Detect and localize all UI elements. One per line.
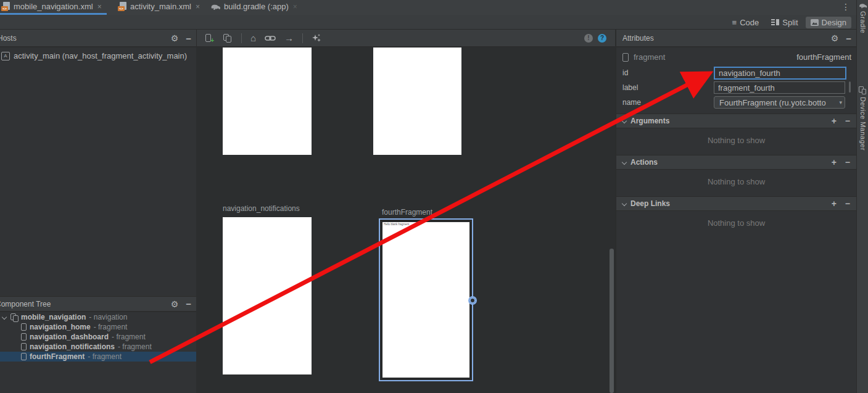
android-studio-window: <> mobile_navigation.xml × <> activity_m… bbox=[0, 0, 868, 393]
selected-component-row: fragment fourthFragment bbox=[616, 48, 856, 65]
chevron-down-icon bbox=[622, 202, 627, 206]
hosts-panel-header: Hosts ⚙ − bbox=[0, 30, 196, 47]
warnings-icon[interactable]: ! bbox=[584, 34, 593, 43]
component-id: fourthFragment bbox=[796, 52, 851, 62]
component-tree-header: Component Tree ⚙ − bbox=[0, 296, 196, 312]
destination-label-notifications[interactable]: navigation_notifications bbox=[223, 204, 300, 213]
toolbar-divider bbox=[241, 33, 242, 43]
attributes-panel: fragment fourthFragment id label name Fo… bbox=[616, 48, 856, 393]
navigation-design-surface[interactable]: navigation_notifications fourthFragment … bbox=[197, 48, 615, 393]
arguments-empty-text: Nothing to show bbox=[616, 128, 856, 151]
destination-preview-home[interactable] bbox=[223, 48, 312, 155]
tab-label: build.gradle (:app) bbox=[224, 2, 289, 11]
design-icon bbox=[811, 19, 819, 26]
attribute-label: id bbox=[622, 68, 714, 77]
id-field[interactable] bbox=[714, 67, 846, 80]
activity-icon: A bbox=[1, 52, 10, 60]
gradle-icon bbox=[858, 2, 867, 9]
navigation-editor-toolbar: + ⌂ → ! ? bbox=[196, 30, 615, 47]
hide-panel-icon[interactable]: − bbox=[186, 299, 191, 309]
split-icon bbox=[771, 19, 779, 26]
tab-mobile-navigation[interactable]: <> mobile_navigation.xml × bbox=[0, 0, 107, 15]
tree-item-fourth-fragment[interactable]: fourthFragment - fragment bbox=[0, 352, 196, 362]
more-options-icon[interactable]: ⋮ bbox=[841, 2, 850, 12]
tool-window-gradle[interactable]: Gradle bbox=[857, 2, 868, 33]
destination-label-fourth[interactable]: fourthFragment bbox=[382, 208, 432, 217]
tree-item-navigation-home[interactable]: navigation_home - fragment bbox=[0, 322, 196, 332]
fragment-icon bbox=[21, 353, 27, 360]
attributes-panel-header: Attributes ⚙ − bbox=[616, 30, 856, 47]
hosts-panel-title: Hosts bbox=[0, 34, 17, 43]
toolbar-divider bbox=[302, 33, 303, 43]
destination-preview-fourth-selected[interactable]: Hello blank fragment bbox=[379, 218, 473, 381]
tab-build-gradle[interactable]: build.gradle (:app) × bbox=[205, 0, 302, 13]
view-mode-switcher: ≡ Code Split Design bbox=[727, 15, 851, 29]
help-icon[interactable]: ? bbox=[598, 34, 606, 43]
gradle-label: Gradle bbox=[859, 11, 867, 33]
tree-item-navigation-notifications[interactable]: navigation_notifications - fragment bbox=[0, 342, 196, 352]
section-header-deep-links[interactable]: Deep Links + − bbox=[616, 196, 856, 211]
tree-item-mobile-navigation[interactable]: mobile_navigation - navigation bbox=[0, 312, 196, 322]
close-icon[interactable]: × bbox=[293, 2, 297, 11]
add-argument-icon[interactable]: + bbox=[832, 116, 837, 126]
add-action-icon[interactable]: + bbox=[832, 157, 837, 167]
attribute-label: name bbox=[622, 98, 714, 107]
nested-graph-icon[interactable] bbox=[223, 33, 233, 43]
attribute-row-id: id bbox=[616, 65, 856, 80]
chevron-down-icon[interactable] bbox=[2, 315, 7, 320]
tab-activity-main[interactable]: <> activity_main.xml × bbox=[113, 0, 205, 13]
new-destination-icon[interactable]: + bbox=[204, 33, 214, 43]
destination-preview-notifications[interactable] bbox=[223, 217, 312, 374]
hide-panel-icon[interactable]: − bbox=[846, 33, 851, 44]
chevron-down-icon: ▾ bbox=[839, 99, 842, 105]
host-item-activity-main[interactable]: A activity_main (nav_host_fragment_activ… bbox=[0, 48, 196, 60]
preview-text: Hello blank fragment bbox=[382, 222, 469, 226]
tab-label: mobile_navigation.xml bbox=[14, 2, 93, 11]
attributes-panel-title: Attributes bbox=[622, 34, 654, 43]
panel-mini-scrollbar[interactable] bbox=[849, 81, 851, 93]
device-manager-icon bbox=[859, 86, 867, 94]
xml-file-icon: <> bbox=[1, 2, 10, 11]
tool-window-device-manager[interactable]: Device Manager bbox=[857, 86, 868, 151]
label-field[interactable] bbox=[714, 81, 845, 94]
fragment-icon bbox=[21, 343, 27, 350]
section-header-actions[interactable]: Actions + − bbox=[616, 155, 856, 170]
host-item-label: activity_main (nav_host_fragment_activit… bbox=[14, 51, 187, 60]
canvas-vertical-scrollbar[interactable] bbox=[610, 249, 614, 393]
action-handle[interactable] bbox=[468, 296, 477, 305]
deep-links-empty-text: Nothing to show bbox=[616, 211, 856, 234]
remove-argument-icon[interactable]: − bbox=[845, 116, 850, 126]
tab-label: activity_main.xml bbox=[130, 2, 191, 11]
remove-action-icon[interactable]: − bbox=[845, 157, 850, 167]
component-tree-title: Component Tree bbox=[0, 300, 51, 308]
chevron-down-icon bbox=[622, 160, 627, 165]
component-tree: mobile_navigation - navigation navigatio… bbox=[0, 312, 196, 393]
deep-link-icon[interactable] bbox=[265, 35, 276, 42]
design-mode-button[interactable]: Design bbox=[806, 17, 851, 28]
code-mode-button[interactable]: ≡ Code bbox=[727, 17, 764, 28]
auto-arrange-icon[interactable] bbox=[312, 33, 321, 43]
attribute-label: label bbox=[622, 83, 714, 92]
hosts-panel: A activity_main (nav_host_fragment_activ… bbox=[0, 48, 196, 296]
split-mode-button[interactable]: Split bbox=[766, 17, 803, 28]
fragment-icon bbox=[622, 53, 629, 62]
hide-panel-icon[interactable]: − bbox=[186, 33, 191, 44]
destination-preview-dashboard[interactable] bbox=[373, 48, 461, 155]
action-arrow-icon[interactable]: → bbox=[284, 33, 294, 43]
fragment-icon bbox=[21, 323, 27, 331]
device-manager-label: Device Manager bbox=[859, 97, 867, 151]
add-deep-link-icon[interactable]: + bbox=[832, 199, 837, 209]
gear-icon[interactable]: ⚙ bbox=[171, 33, 179, 43]
attribute-row-name: name FourthFragment (ru.yotc.botto ▾ bbox=[616, 95, 856, 110]
close-icon[interactable]: × bbox=[196, 2, 200, 11]
close-icon[interactable]: × bbox=[97, 2, 102, 11]
remove-deep-link-icon[interactable]: − bbox=[845, 199, 850, 209]
tree-item-navigation-dashboard[interactable]: navigation_dashboard - fragment bbox=[0, 332, 196, 342]
attribute-row-label: label bbox=[616, 80, 856, 95]
home-destination-icon[interactable]: ⌂ bbox=[250, 33, 256, 43]
name-dropdown[interactable]: FourthFragment (ru.yotc.botto ▾ bbox=[714, 96, 845, 109]
gear-icon[interactable]: ⚙ bbox=[171, 299, 179, 309]
gear-icon[interactable]: ⚙ bbox=[831, 33, 839, 43]
section-header-arguments[interactable]: Arguments + − bbox=[616, 114, 856, 128]
component-type: fragment bbox=[634, 52, 665, 62]
